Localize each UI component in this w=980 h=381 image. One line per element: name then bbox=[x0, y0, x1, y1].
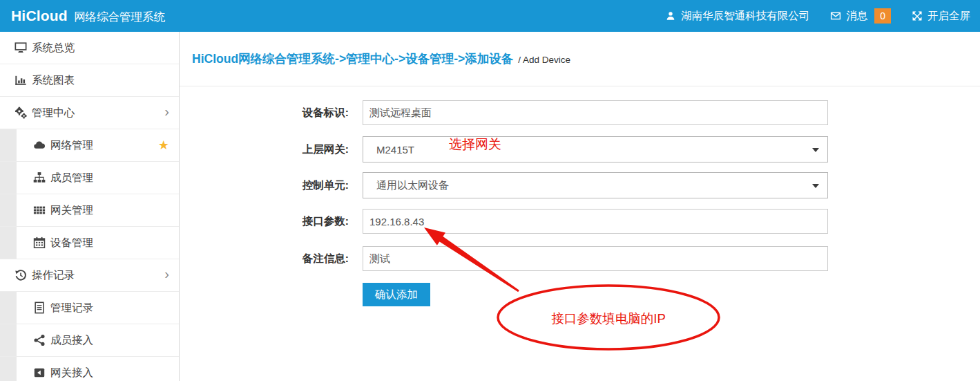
form-row-control-unit: 控制单元: 通用以太网设备 bbox=[180, 172, 828, 198]
chevron-right-icon: › bbox=[164, 104, 169, 118]
sidebar-item-gateway-management[interactable]: 网关管理 bbox=[0, 194, 179, 227]
fullscreen-icon bbox=[912, 10, 923, 21]
content-divider bbox=[180, 86, 980, 86]
form-row-upper-gateway: 上层网关: M2415T bbox=[180, 136, 828, 162]
interface-params-input[interactable] bbox=[363, 209, 828, 234]
annotation-ip-note: 接口参数填电脑的IP bbox=[512, 310, 705, 327]
sidebar-item-label: 管理记录 bbox=[50, 301, 93, 315]
interface-params-label: 接口参数: bbox=[180, 214, 349, 229]
user-icon bbox=[665, 10, 676, 21]
history-icon bbox=[15, 269, 27, 281]
logo-subtitle: 网络综合管理系统 bbox=[74, 10, 165, 25]
control-unit-value: 通用以太网设备 bbox=[376, 179, 449, 192]
sidebar-item-label: 成员接入 bbox=[50, 333, 93, 348]
grid-icon bbox=[33, 204, 46, 216]
sidebar-item-gateway-access[interactable]: 网关接入 bbox=[0, 357, 179, 381]
device-id-input[interactable] bbox=[363, 100, 828, 125]
app-logo: HiCloud 网络综合管理系统 bbox=[11, 8, 165, 25]
confirm-add-button[interactable]: 确认添加 bbox=[363, 283, 430, 306]
sidebar-item-label: 成员管理 bbox=[50, 171, 93, 185]
logo-brand: HiCloud bbox=[11, 8, 68, 24]
sidebar-item-label: 网关管理 bbox=[50, 203, 93, 218]
sidebar-item-management-center[interactable]: 管理中心 › bbox=[0, 97, 179, 129]
upper-gateway-label: 上层网关: bbox=[180, 142, 349, 157]
sitemap-icon bbox=[33, 171, 46, 184]
caret-down-icon bbox=[812, 148, 819, 152]
calendar-icon bbox=[33, 236, 46, 249]
sidebar-item-label: 系统总览 bbox=[32, 41, 75, 55]
messages-menu[interactable]: 消息 0 bbox=[830, 8, 891, 24]
document-icon bbox=[33, 301, 46, 314]
form-row-remark: 备注信息: bbox=[180, 246, 828, 271]
sidebar-item-label: 网络管理 bbox=[50, 138, 93, 153]
upper-gateway-select[interactable]: M2415T bbox=[363, 136, 828, 162]
device-id-label: 设备标识: bbox=[180, 106, 349, 120]
chevron-right-icon: › bbox=[164, 267, 169, 281]
sidebar-item-member-access[interactable]: 成员接入 bbox=[0, 324, 179, 357]
caret-square-left-icon bbox=[33, 366, 46, 379]
annotation-select-gateway: 选择网关 bbox=[449, 136, 501, 154]
envelope-icon bbox=[830, 10, 841, 21]
sidebar-item-label: 系统图表 bbox=[32, 73, 75, 88]
fullscreen-label: 开启全屏 bbox=[928, 9, 970, 24]
gears-icon bbox=[15, 106, 27, 119]
bar-chart-icon bbox=[15, 74, 27, 86]
account-menu[interactable]: 湖南华辰智通科技有限公司 bbox=[665, 9, 809, 24]
top-bar: HiCloud 网络综合管理系统 湖南华辰智通科技有限公司 消息 0 bbox=[0, 0, 980, 32]
sidebar-item-system-charts[interactable]: 系统图表 bbox=[0, 64, 179, 97]
sidebar-item-label: 网关接入 bbox=[50, 366, 93, 380]
breadcrumb: HiCloud网络综合管理系统->管理中心->设备管理->添加设备 / Add … bbox=[192, 50, 570, 67]
sidebar-item-network-management[interactable]: 网络管理 ★ bbox=[0, 129, 179, 162]
top-bar-right: 湖南华辰智通科技有限公司 消息 0 bbox=[665, 8, 970, 24]
breadcrumb-suffix: / Add Device bbox=[518, 55, 570, 65]
desktop-icon bbox=[15, 41, 27, 54]
star-icon[interactable]: ★ bbox=[158, 139, 169, 151]
fullscreen-toggle[interactable]: 开启全屏 bbox=[912, 9, 970, 24]
caret-down-icon bbox=[812, 184, 819, 188]
control-unit-select[interactable]: 通用以太网设备 bbox=[363, 172, 828, 198]
sidebar-item-label: 设备管理 bbox=[50, 236, 93, 250]
cloud-icon bbox=[33, 139, 46, 151]
messages-count-badge: 0 bbox=[874, 8, 891, 24]
sidebar-item-device-management[interactable]: 设备管理 bbox=[0, 227, 179, 259]
app-window: HiCloud 网络综合管理系统 湖南华辰智通科技有限公司 消息 0 bbox=[0, 0, 980, 381]
upper-gateway-value: M2415T bbox=[376, 144, 414, 156]
share-icon bbox=[33, 334, 46, 346]
control-unit-label: 控制单元: bbox=[180, 178, 349, 193]
company-name: 湖南华辰智通科技有限公司 bbox=[681, 9, 809, 24]
sidebar-item-label: 管理中心 bbox=[32, 106, 75, 120]
sidebar-item-label: 操作记录 bbox=[32, 268, 75, 283]
form-row-interface-params: 接口参数: bbox=[180, 209, 828, 234]
sidebar-item-management-records[interactable]: 管理记录 bbox=[0, 292, 179, 324]
remark-input[interactable] bbox=[363, 246, 828, 271]
sidebar-item-member-management[interactable]: 成员管理 bbox=[0, 162, 179, 194]
sidebar: 系统总览 系统图表 管理中心 › 网络管理 ★ 成员管理 bbox=[0, 32, 180, 381]
remark-label: 备注信息: bbox=[180, 252, 349, 266]
messages-label: 消息 bbox=[846, 9, 867, 24]
sidebar-item-system-overview[interactable]: 系统总览 bbox=[0, 32, 179, 64]
breadcrumb-path: HiCloud网络综合管理系统->管理中心->设备管理->添加设备 bbox=[192, 50, 513, 67]
form-row-device-id: 设备标识: bbox=[180, 100, 828, 125]
sidebar-item-operation-records[interactable]: 操作记录 › bbox=[0, 259, 179, 292]
